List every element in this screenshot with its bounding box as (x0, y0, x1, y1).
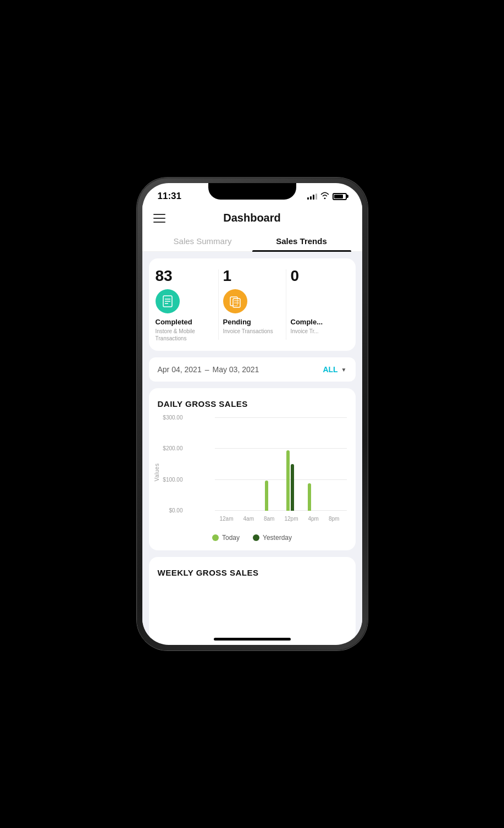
tab-sales-trends[interactable]: Sales Trends (252, 231, 351, 251)
chart-legend: Today Yesterday (158, 534, 347, 542)
grid-label-200: $200.00 (158, 445, 183, 451)
bars-container (186, 417, 347, 511)
date-range-all-button[interactable]: ALL (323, 365, 337, 374)
bar-today-12pm (286, 450, 290, 511)
status-time: 11:31 (158, 191, 181, 202)
phone-frame: 11:31 (137, 178, 368, 650)
tab-bar: Sales Summary Sales Trends (142, 231, 362, 252)
date-range-end: May 03, 2021 (212, 365, 259, 374)
date-range-arrow-icon: ▼ (341, 367, 347, 373)
legend-today: Today (212, 534, 240, 542)
chart-area: Values $300.00 $200.00 (158, 417, 347, 527)
x-axis: 12am 4am 8am 12pm 4pm 8pm (186, 516, 347, 522)
home-indicator (214, 638, 291, 641)
stat-card-complete-invoice: 0 Comple... Invoice Tr... (291, 267, 349, 342)
stat-sublabel-complete-invoice: Invoice Tr... (291, 328, 349, 335)
chart-inner: $300.00 $200.00 $100.00 (186, 417, 347, 522)
legend-dot-yesterday (253, 534, 259, 541)
grid-label-0: $0.00 (158, 507, 183, 514)
stat-label-completed: Completed (156, 318, 214, 326)
x-label-4pm: 4pm (308, 516, 319, 522)
x-label-8pm: 8pm (329, 516, 339, 522)
notch (208, 183, 296, 200)
stats-section: 83 Completed Instore & Mobile Tran (149, 258, 356, 351)
x-label-12pm: 12pm (284, 516, 298, 522)
stat-card-pending: 1 Pending Invoice Transactions (223, 267, 281, 342)
stat-number-pending: 1 (223, 267, 281, 285)
stat-number-complete-invoice: 0 (291, 267, 349, 285)
x-label-4am: 4am (243, 516, 254, 522)
stat-card-completed: 83 Completed Instore & Mobile Tran (156, 267, 214, 342)
weekly-chart-title: WEEKLY GROSS SALES (158, 568, 347, 577)
grid-label-300: $300.00 (158, 415, 183, 421)
signal-icon (307, 194, 317, 200)
stat-label-complete-invoice: Comple... (291, 318, 349, 326)
date-range-start: Apr 04, 2021 (158, 365, 202, 374)
page-title: Dashboard (223, 212, 280, 224)
bar-today-8am (265, 481, 268, 511)
stat-divider-1 (218, 269, 219, 340)
legend-label-today: Today (222, 534, 240, 542)
stat-sublabel-completed: Instore & Mobile Transactions (156, 328, 214, 342)
status-icons (307, 192, 347, 201)
stat-icon-pending (223, 289, 247, 313)
daily-chart-section: DAILY GROSS SALES Values $300.00 $200 (149, 388, 356, 550)
stat-label-pending: Pending (223, 318, 281, 326)
x-label-12am: 12am (220, 516, 234, 522)
wifi-icon (320, 192, 329, 201)
legend-yesterday: Yesterday (253, 534, 292, 542)
bar-group-8am (265, 481, 273, 511)
date-range-section[interactable]: Apr 04, 2021 – May 03, 2021 ALL ▼ (149, 357, 356, 382)
tab-sales-summary[interactable]: Sales Summary (153, 231, 252, 251)
battery-icon (333, 193, 347, 200)
x-label-8am: 8am (264, 516, 274, 522)
weekly-chart-placeholder (158, 586, 347, 630)
stat-icon-completed (156, 289, 180, 313)
app-header: Dashboard (142, 205, 362, 231)
stat-number-completed: 83 (156, 267, 214, 285)
legend-dot-today (212, 534, 219, 541)
bar-group-4pm (308, 483, 315, 511)
stat-sublabel-pending: Invoice Transactions (223, 328, 281, 335)
weekly-chart-section: WEEKLY GROSS SALES (149, 557, 356, 638)
phone-screen: 11:31 (142, 183, 362, 645)
daily-chart-title: DAILY GROSS SALES (158, 399, 347, 409)
stat-divider-2 (286, 269, 286, 340)
grid-label-100: $100.00 (158, 477, 183, 483)
app-content: Dashboard Sales Summary Sales Trends 83 (142, 205, 362, 638)
legend-label-yesterday: Yesterday (263, 534, 292, 542)
bar-group-12pm (286, 450, 294, 511)
date-separator: – (205, 365, 209, 374)
bar-yesterday-12pm (291, 464, 294, 511)
menu-button[interactable] (153, 214, 165, 223)
bar-today-4pm (308, 483, 311, 511)
